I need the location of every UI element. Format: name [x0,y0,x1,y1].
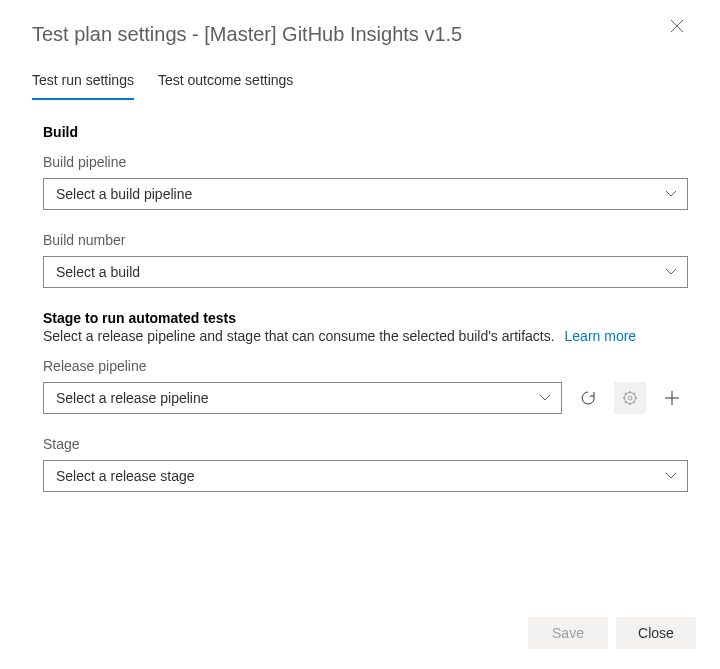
label-stage: Stage [43,436,688,452]
select-build-number-value: Select a build [56,264,140,280]
svg-point-1 [628,396,632,400]
section-desc-text: Select a release pipeline and stage that… [43,328,555,344]
section-title-stage: Stage to run automated tests [43,310,688,326]
select-build-pipeline-value: Select a build pipeline [56,186,192,202]
close-button[interactable]: Close [616,617,696,649]
plus-icon [664,390,680,406]
svg-line-9 [634,393,636,395]
footer: Save Close [528,617,696,649]
label-release-pipeline: Release pipeline [43,358,688,374]
tab-test-run-settings[interactable]: Test run settings [32,68,134,100]
title-row: Test plan settings - [Master] GitHub Ins… [32,17,688,68]
dialog-title: Test plan settings - [Master] GitHub Ins… [32,23,462,46]
refresh-button[interactable] [572,382,604,414]
svg-line-6 [625,393,627,395]
select-stage[interactable]: Select a release stage [43,460,688,492]
select-build-number[interactable]: Select a build [43,256,688,288]
gear-icon [622,390,638,406]
settings-button[interactable] [614,382,646,414]
refresh-icon [580,390,596,406]
field-build-pipeline: Build pipeline Select a build pipeline [43,154,688,210]
section-stage-heading: Stage to run automated tests Select a re… [43,310,688,344]
select-stage-value: Select a release stage [56,468,195,484]
tab-test-outcome-settings[interactable]: Test outcome settings [158,68,293,100]
select-build-pipeline[interactable]: Select a build pipeline [43,178,688,210]
select-release-pipeline-value: Select a release pipeline [56,390,209,406]
chevron-down-icon [665,266,677,278]
label-build-number: Build number [43,232,688,248]
section-title-build: Build [43,124,688,140]
tabs: Test run settings Test outcome settings [32,68,688,100]
field-build-number: Build number Select a build [43,232,688,288]
section-desc-stage: Select a release pipeline and stage that… [43,328,688,344]
content: Build Build pipeline Select a build pipe… [32,122,688,645]
svg-line-8 [625,402,627,404]
label-build-pipeline: Build pipeline [43,154,688,170]
field-stage: Stage Select a release stage [43,436,688,492]
dialog: Test plan settings - [Master] GitHub Ins… [0,0,720,669]
save-button[interactable]: Save [528,617,608,649]
svg-line-7 [634,402,636,404]
field-release-pipeline: Release pipeline Select a release pipeli… [43,358,688,414]
add-button[interactable] [656,382,688,414]
select-release-pipeline[interactable]: Select a release pipeline [43,382,562,414]
learn-more-link[interactable]: Learn more [565,328,637,344]
chevron-down-icon [665,470,677,482]
chevron-down-icon [665,188,677,200]
close-icon[interactable] [666,15,688,40]
chevron-down-icon [539,392,551,404]
